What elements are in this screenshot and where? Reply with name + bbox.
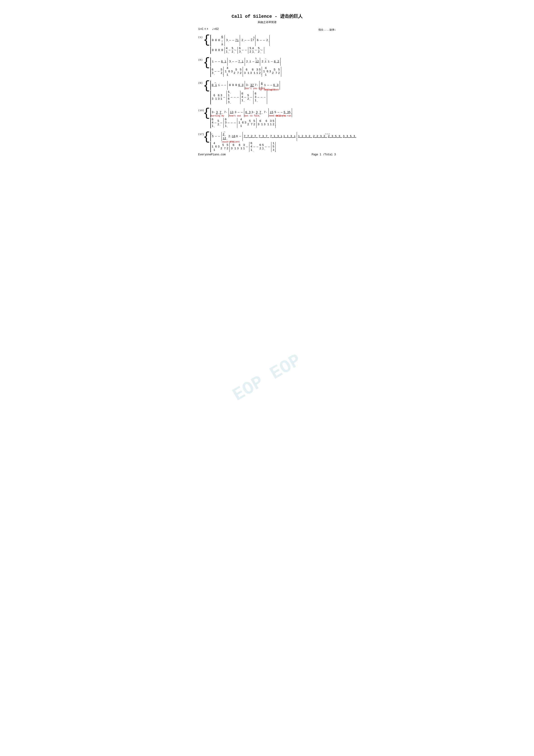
chord: 3	[245, 121, 246, 124]
barline	[271, 142, 271, 152]
note: 2̣	[266, 39, 268, 42]
note: —	[218, 134, 220, 139]
note: 0	[215, 39, 217, 42]
chord: 52̣	[272, 120, 274, 126]
sys-body-3: ⌢ 0 i i — — 0 0 0 6 3 3· 37 7·	[210, 81, 336, 104]
chord: 5̣2̣	[249, 47, 251, 54]
note: 3·	[251, 110, 255, 115]
chord: 31	[220, 94, 222, 101]
note: 7i	[235, 39, 239, 42]
barline	[275, 118, 276, 128]
note: 0	[232, 83, 234, 87]
treble-5: ⌣5 — — ⌢ 2̣ i2̣ 2̣· i6 6 — cause I'm ret…	[210, 132, 356, 141]
chord: 3	[218, 145, 219, 148]
chord: 63̣	[239, 47, 241, 54]
system-4: (13) { 3· 3̲7̲ 7· burning my i3 3 — — he…	[198, 108, 336, 128]
note: 3̲3̲5̲3̲	[343, 134, 356, 139]
barline	[226, 91, 227, 104]
sys-num-1: (1)	[198, 35, 203, 54]
bar-1-bass: 0 0 0 0	[211, 48, 224, 52]
note: ⌣5	[212, 134, 214, 139]
note: 7̲7̲2̲7̲	[244, 134, 258, 139]
barline	[248, 47, 248, 54]
bar-14-bass: 631̣ — — —	[224, 118, 237, 128]
sys-num-5: (17)	[198, 132, 203, 152]
chord: 52 7	[220, 144, 226, 150]
note: 7·	[224, 110, 228, 115]
treble-2: i — — 6 i 3̣ — — 7 i 2̣ i —	[210, 58, 336, 66]
note: —	[242, 48, 244, 52]
note: —	[215, 69, 216, 74]
bar-7-treble: 2̣ i — 5̣ i2̣	[245, 60, 260, 64]
lyric-got: Got to face,	[244, 115, 261, 118]
bar-10-treble: 0 0 0 6 3	[228, 83, 244, 87]
lyric-heart-out: heart out	[229, 115, 241, 118]
note: i	[249, 60, 251, 64]
note: 1̲1̲3̲i	[283, 134, 295, 139]
lyric-reticent: reticent	[229, 141, 240, 144]
note: 3̲7̲	[256, 110, 263, 115]
note: i5	[270, 110, 273, 115]
chord: 41 61	[239, 118, 243, 128]
note: —	[245, 48, 247, 52]
barline	[281, 67, 281, 77]
note: —	[256, 145, 259, 149]
bar-18-bass: 63 1 63 1 31 —	[230, 144, 249, 150]
bar-20-treble: ⌢⌢⌢ 1̲2̲3̲2̲ 2̲2̲3̲2̲ 2̲3̲5̲3̲ 3̲3̲5̲3̲	[297, 134, 356, 139]
chord: 153̣	[272, 142, 274, 152]
sys-body-5: ⌣5 — — ⌢ 2̣ i2̣ 2̣· i6 6 — cause I'm ret…	[210, 132, 356, 152]
note: —	[277, 110, 279, 115]
chord: 52	[240, 68, 242, 75]
footer-left: EveryonePiano.com	[198, 153, 226, 157]
bar-3-treble: 2̣ — — 5̣i̊7	[240, 39, 255, 42]
bar-6-bass: 41 61 3 52 7 52	[224, 67, 242, 77]
brace-5: {	[203, 132, 210, 152]
note: 2̣ i2̣	[223, 132, 228, 141]
note: i6	[232, 134, 235, 139]
note: 6 3	[273, 83, 278, 87]
chord: 31	[256, 68, 258, 75]
bar-8-bass: 41 61 3 52 7 52	[262, 67, 281, 77]
barline	[249, 142, 249, 152]
chord: 52 7	[234, 68, 239, 75]
note: —	[239, 134, 241, 139]
brace-1: {	[203, 35, 210, 54]
note: —	[215, 60, 217, 64]
barline	[223, 118, 224, 128]
bar-1-treble: 0 0 0 6·i	[211, 35, 224, 46]
chord: 41 61	[225, 67, 230, 77]
note: 3·	[246, 83, 250, 87]
sys-num-3: (9)	[198, 81, 203, 104]
note: 0	[229, 83, 231, 87]
score-page: EOP EOP Call of Silence - 进击的巨人 风物之诗琴简谱 …	[189, 9, 345, 160]
chord: 41 61	[263, 67, 268, 77]
footer-right: Page 1 /Total 3	[312, 153, 336, 157]
chord: 641̣	[242, 92, 243, 102]
bar-19-treble: 7̲7̲2̲7̲ 7̲3̲7̲ 7̲1̲3̲i 1̲1̲3̲i	[243, 134, 296, 139]
barline	[238, 47, 238, 54]
barline	[275, 142, 276, 152]
note: 7̲3̲7̲	[259, 134, 269, 139]
bar-17-bass: 41 61 3 52 7 52	[211, 142, 229, 152]
note: 6 3	[238, 83, 243, 87]
brace-4: {	[203, 108, 210, 128]
sys-num-2: (5)	[198, 58, 203, 77]
chord: 31	[270, 120, 271, 126]
note: 0	[218, 48, 220, 52]
note: —	[232, 39, 234, 42]
note: —	[271, 60, 273, 64]
chord: 52 7	[272, 68, 277, 75]
bar-5-treble: i — — 6 i	[211, 60, 227, 64]
bar-8-treble: ⌢ 2̣ i i — 6 2̣	[260, 60, 280, 64]
system-1: (1) { 0 0 0 6·i 3̣ — — 7i	[198, 35, 336, 54]
note: —	[234, 95, 236, 99]
note: —	[237, 95, 239, 99]
bass-4: 641̣ — 52̣ — 631̣ — — — 41 61 3 52 7	[210, 118, 336, 128]
bpm: ♩=62	[212, 27, 219, 31]
note: 6	[257, 39, 259, 42]
chord: 62̣	[260, 144, 261, 150]
note: 6 2̣	[274, 60, 279, 64]
barline	[224, 47, 225, 54]
note: —	[250, 95, 252, 99]
note: 0	[212, 39, 214, 42]
